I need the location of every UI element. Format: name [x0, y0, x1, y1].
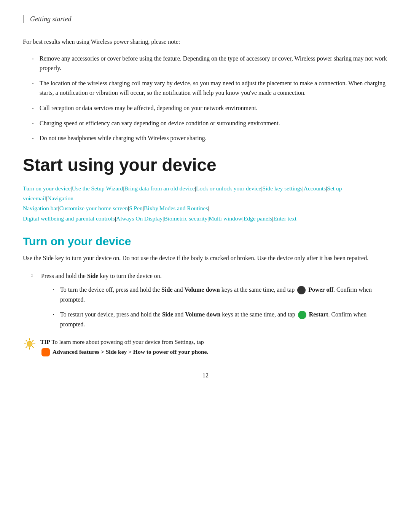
- links-paragraph: Turn on your device|Use the Setup Wizard…: [23, 184, 388, 224]
- list-item: To turn the device off, press and hold t…: [52, 285, 388, 305]
- svg-line-5: [26, 340, 27, 342]
- svg-line-7: [32, 340, 33, 342]
- link-home-screen[interactable]: Customize your home screen: [59, 205, 128, 211]
- tip-sun-icon: [23, 337, 37, 351]
- tip-text: To learn more about powering off your de…: [51, 339, 204, 345]
- sub-section-body: Use the Side key to turn your device on.…: [23, 253, 388, 263]
- link-edge-panels[interactable]: Edge panels: [244, 215, 272, 222]
- link-bring-data[interactable]: Bring data from an old device: [124, 185, 195, 192]
- svg-line-6: [32, 347, 33, 348]
- power-icon: [297, 286, 306, 294]
- sub-section-title: Turn on your device: [23, 235, 388, 248]
- intro-paragraph: For best results when using Wireless pow…: [23, 37, 388, 47]
- link-side-key[interactable]: Side key settings: [263, 185, 303, 192]
- main-section-title: Start using your device: [23, 155, 388, 175]
- link-digital-wellbeing[interactable]: Digital wellbeing and parental controls: [23, 215, 115, 222]
- link-lock-unlock[interactable]: Lock or unlock your device: [196, 185, 261, 192]
- list-item: Do not use headphones while charging wit…: [30, 133, 388, 143]
- link-navigation[interactable]: Navigation: [47, 195, 73, 201]
- link-multi-window[interactable]: Multi window: [209, 215, 242, 222]
- link-biometric[interactable]: Biometric security: [164, 215, 207, 222]
- page-number: 12: [23, 372, 388, 379]
- notes-list: Remove any accessories or cover before u…: [23, 54, 388, 143]
- list-item: Press and hold the Side key to turn the …: [30, 271, 388, 330]
- link-modes-routines[interactable]: Modes and Routines: [159, 205, 208, 211]
- tip-content: TIP To learn more about powering off you…: [40, 337, 208, 356]
- link-spen[interactable]: S Pen: [129, 205, 143, 211]
- page-header: Getting started: [23, 15, 388, 23]
- link-turn-on[interactable]: Turn on your device: [23, 185, 71, 192]
- restart-icon: [298, 311, 306, 319]
- link-always-on[interactable]: Always On Display: [116, 215, 162, 222]
- list-item: Charging speed or efficiency can vary de…: [30, 118, 388, 128]
- circle-bullet-list: Press and hold the Side key to turn the …: [23, 271, 388, 330]
- list-item: Call reception or data services may be a…: [30, 103, 388, 113]
- svg-point-0: [27, 341, 32, 347]
- link-enter-text[interactable]: Enter text: [273, 215, 296, 222]
- advanced-features-icon: [41, 348, 50, 356]
- tip-box: TIP To learn more about powering off you…: [23, 337, 388, 356]
- list-item: Remove any accessories or cover before u…: [30, 54, 388, 73]
- svg-line-8: [26, 347, 27, 348]
- link-navigation-bar[interactable]: Navigation bar: [23, 205, 58, 211]
- link-accounts[interactable]: Accounts: [304, 185, 326, 192]
- list-item: To restart your device, press and hold t…: [52, 310, 388, 330]
- list-item: The location of the wireless charging co…: [30, 78, 388, 98]
- header-title: Getting started: [30, 15, 72, 23]
- tip-label: TIP: [40, 339, 50, 345]
- tip-bold-text: Advanced features > Side key > How to po…: [53, 348, 208, 355]
- sub-bullet-list: To turn the device off, press and hold t…: [41, 285, 388, 330]
- link-setup-wizard[interactable]: Use the Setup Wizard: [72, 185, 123, 192]
- link-bixby[interactable]: Bixby: [144, 205, 158, 211]
